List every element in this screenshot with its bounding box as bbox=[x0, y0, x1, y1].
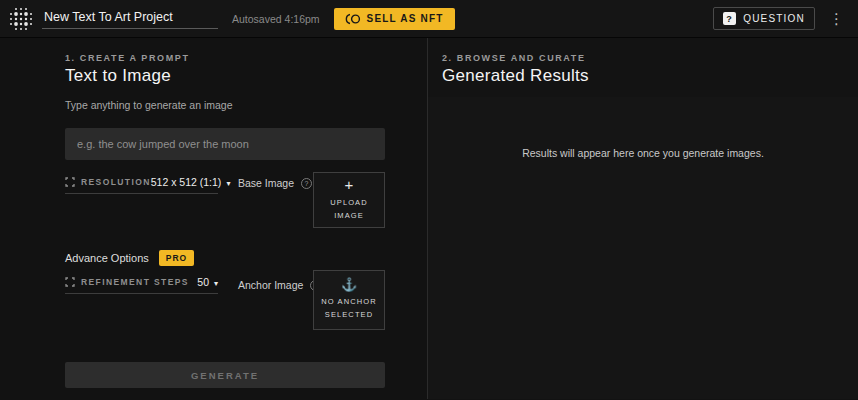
top-bar: Autosaved 4:16pm SELL AS NFT ? QUESTION … bbox=[0, 0, 858, 38]
question-label: QUESTION bbox=[743, 13, 805, 24]
chevron-down-icon: ▾ bbox=[226, 179, 230, 188]
base-image-help-icon[interactable]: ? bbox=[301, 178, 312, 189]
base-image-label-group: Base Image ? bbox=[238, 177, 312, 189]
refinement-steps-label: REFINEMENT STEPS bbox=[81, 277, 189, 287]
project-title-input[interactable] bbox=[42, 8, 218, 29]
prompt-caption: Type anything to generate an image bbox=[65, 99, 233, 111]
autosave-status: Autosaved 4:16pm bbox=[232, 13, 320, 25]
anchor-image-selector[interactable]: ⚓ NO ANCHOR SELECTED bbox=[313, 270, 385, 330]
refinement-brackets-icon bbox=[65, 277, 75, 287]
plus-icon: + bbox=[345, 177, 354, 192]
topbar-right-group: ? QUESTION ⋮ bbox=[713, 7, 848, 30]
create-prompt-panel: 1. CREATE A PROMPT Text to Image Type an… bbox=[0, 38, 428, 399]
main-area: 1. CREATE A PROMPT Text to Image Type an… bbox=[0, 38, 858, 399]
refinement-steps-dropdown[interactable]: REFINEMENT STEPS 50▾ bbox=[65, 274, 218, 294]
resolution-dropdown[interactable]: RESOLUTION 512 x 512 (1:1)▾ bbox=[65, 174, 218, 194]
base-image-label: Base Image bbox=[238, 177, 294, 189]
app-logo-dots-icon[interactable] bbox=[8, 6, 34, 32]
advance-options-row: Advance Options PRO bbox=[65, 250, 194, 266]
step-label-browse-curate: 2. BROWSE AND CURATE bbox=[442, 53, 586, 63]
advance-options-label: Advance Options bbox=[65, 252, 149, 264]
nft-coin-icon bbox=[345, 13, 361, 25]
resolution-value: 512 x 512 (1:1)▾ bbox=[151, 176, 231, 188]
question-button[interactable]: ? QUESTION bbox=[713, 7, 815, 30]
question-mark-icon: ? bbox=[723, 12, 736, 25]
results-empty-message: Results will appear here once you genera… bbox=[428, 147, 858, 159]
resolution-brackets-icon bbox=[65, 177, 75, 187]
generated-results-title: Generated Results bbox=[442, 66, 589, 86]
sell-as-nft-label: SELL AS NFT bbox=[367, 13, 444, 24]
generated-results-panel: 2. BROWSE AND CURATE Generated Results R… bbox=[428, 38, 858, 399]
pro-badge: PRO bbox=[159, 250, 194, 266]
no-anchor-selected-label: NO ANCHOR SELECTED bbox=[321, 296, 376, 322]
anchor-image-label-group: Anchor Image ? bbox=[238, 279, 321, 291]
step-label-create-prompt: 1. CREATE A PROMPT bbox=[65, 53, 189, 63]
results-empty-area: Results will appear here once you genera… bbox=[428, 97, 858, 399]
anchor-image-label: Anchor Image bbox=[238, 279, 303, 291]
generate-button[interactable]: GENERATE bbox=[65, 362, 385, 388]
sell-as-nft-button[interactable]: SELL AS NFT bbox=[334, 8, 455, 30]
prompt-input[interactable] bbox=[65, 128, 385, 160]
resolution-label: RESOLUTION bbox=[81, 177, 151, 187]
refinement-steps-value: 50▾ bbox=[197, 276, 218, 288]
page-title-text-to-image: Text to Image bbox=[65, 66, 171, 86]
kebab-menu-icon[interactable]: ⋮ bbox=[825, 9, 848, 28]
anchor-icon: ⚓ bbox=[341, 278, 357, 291]
upload-base-image-button[interactable]: + UPLOAD IMAGE bbox=[313, 172, 385, 228]
chevron-down-icon: ▾ bbox=[214, 279, 218, 288]
upload-image-label: UPLOAD IMAGE bbox=[314, 197, 384, 223]
